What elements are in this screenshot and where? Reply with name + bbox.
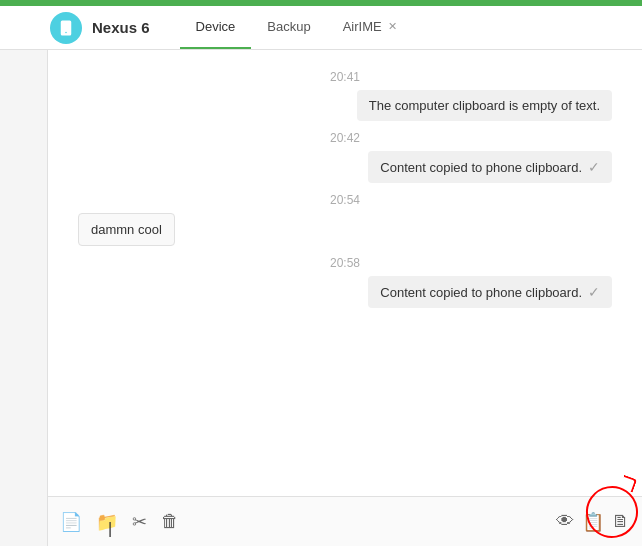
phone-icon [57, 19, 75, 37]
clipboard-extra-icon[interactable]: 🗎 [612, 511, 630, 532]
timestamp-3: 20:54 [48, 193, 642, 207]
message-row-1: The computer clipboard is empty of text. [48, 90, 642, 121]
timestamp-2: 20:42 [48, 131, 642, 145]
message-row-2: Content copied to phone clipboard. ✓ [48, 151, 642, 183]
left-sidebar [0, 50, 48, 546]
tab-device[interactable]: Device [180, 6, 252, 49]
tab-backup[interactable]: Backup [251, 6, 326, 49]
cut-icon[interactable]: ✂ [132, 511, 147, 533]
device-icon [50, 12, 82, 44]
open-file-icon[interactable]: 📁 [96, 511, 118, 533]
bubble-3: dammn cool [78, 213, 175, 246]
message-row-4: Content copied to phone clipboard. ✓ [48, 276, 642, 308]
checkmark-1: ✓ [588, 159, 600, 175]
bubble-1: The computer clipboard is empty of text. [357, 90, 612, 121]
delete-icon[interactable]: 🗑 [161, 511, 179, 532]
binoculars-icon[interactable]: 👁 [556, 511, 574, 532]
checkmark-2: ✓ [588, 284, 600, 300]
new-file-icon[interactable]: 📄 [60, 511, 82, 533]
tab-airime[interactable]: AirIME ✕ [327, 6, 413, 49]
device-name: Nexus 6 [92, 19, 150, 36]
timestamp-4: 20:58 [48, 256, 642, 270]
tab-airime-close[interactable]: ✕ [388, 20, 397, 33]
svg-point-1 [65, 31, 67, 33]
bubble-2: Content copied to phone clipboard. ✓ [368, 151, 612, 183]
main-content: 20:41 The computer clipboard is empty of… [48, 50, 642, 496]
paste-icon[interactable]: 📋 [582, 511, 604, 533]
bottom-toolbar: 📄 📁 ✂ 🗑 👁 📋 🗎 | [48, 496, 642, 546]
message-row-3: dammn cool [48, 213, 642, 246]
bubble-4: Content copied to phone clipboard. ✓ [368, 276, 612, 308]
timestamp-1: 20:41 [48, 70, 642, 84]
toolbar-right: 👁 📋 🗎 [556, 511, 630, 533]
toolbar-left: 📄 📁 ✂ 🗑 [60, 511, 556, 533]
header: Nexus 6 Device Backup AirIME ✕ [0, 6, 642, 50]
tabs-container: Device Backup AirIME ✕ [180, 6, 413, 49]
cursor-line: | [108, 520, 112, 538]
